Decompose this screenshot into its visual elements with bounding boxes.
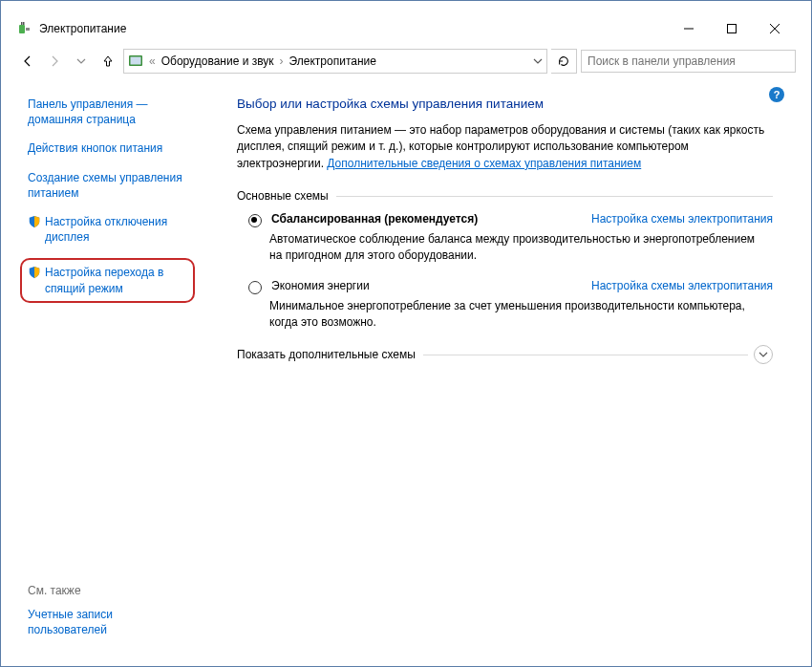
maximize-button[interactable] [710, 15, 753, 42]
sidebar-see-also-user-accounts[interactable]: Учетные записи пользователей [28, 607, 191, 637]
breadcrumb-level-1[interactable]: Оборудование и звук [161, 54, 274, 68]
more-info-link[interactable]: Дополнительные сведения о схемах управле… [327, 157, 641, 170]
shield-icon [28, 215, 41, 228]
minimize-button[interactable] [667, 15, 710, 42]
address-dropdown-icon[interactable] [533, 56, 543, 66]
sidebar-item-create-plan[interactable]: Создание схемы управления питанием [28, 170, 191, 201]
sidebar-home-link[interactable]: Панель управления — домашняя страница [28, 97, 191, 127]
power-options-icon [16, 21, 32, 36]
sidebar-item-sleep-settings[interactable]: Настройка перехода в спящий режим [20, 258, 195, 302]
chevron-down-icon [754, 345, 773, 364]
plan-desc-power-saver: Минимальное энергопотребление за счет ум… [237, 298, 773, 331]
up-button[interactable] [96, 50, 119, 73]
page-title: Выбор или настройка схемы управления пит… [237, 97, 773, 111]
address-row: « Оборудование и звук › Электропитание [14, 43, 798, 79]
radio-balanced[interactable] [248, 214, 262, 227]
see-also-label: См. также [28, 584, 191, 597]
title-bar: Электропитание [14, 14, 798, 43]
main-pane: Выбор или настройка схемы управления пит… [201, 79, 798, 653]
left-navigation: Панель управления — домашняя страница Де… [14, 79, 201, 653]
chevron-right-icon: › [280, 54, 284, 68]
svg-rect-0 [19, 25, 25, 33]
svg-rect-1 [21, 22, 23, 25]
forward-button[interactable] [43, 50, 66, 73]
address-bar[interactable]: « Оборудование и звук › Электропитание [123, 49, 547, 74]
plan-desc-balanced: Автоматическое соблюдение баланса между … [237, 231, 773, 264]
plan-label-balanced[interactable]: Сбалансированная (рекомендуется) [271, 212, 478, 226]
svg-rect-2 [23, 22, 25, 25]
plan-row-power-saver: Экономия энергии Настройка схемы электро… [237, 279, 773, 294]
sidebar-item-display-off[interactable]: Настройка отключения дисплея [28, 214, 191, 245]
page-description: Схема управления питанием — это набор па… [237, 122, 773, 172]
plan-settings-link-power-saver[interactable]: Настройка схемы электропитания [591, 279, 773, 292]
svg-rect-8 [131, 57, 141, 65]
sidebar-item-power-buttons[interactable]: Действия кнопок питания [28, 140, 191, 156]
radio-power-saver[interactable] [248, 281, 262, 294]
help-icon[interactable]: ? [769, 87, 784, 102]
group-header-basic-plans: Основные схемы [237, 189, 773, 203]
plan-row-balanced: Сбалансированная (рекомендуется) Настрой… [237, 212, 773, 227]
chevron-left-icon: « [149, 54, 156, 68]
window-title: Электропитание [39, 22, 667, 35]
back-button[interactable] [16, 50, 39, 73]
refresh-button[interactable] [551, 49, 577, 74]
shield-icon [28, 266, 41, 279]
svg-rect-4 [727, 25, 736, 33]
content-area: ? Панель управления — домашняя страница … [14, 79, 798, 653]
search-input[interactable] [581, 50, 796, 73]
breadcrumb-level-2[interactable]: Электропитание [289, 54, 376, 68]
close-button[interactable] [753, 15, 796, 42]
plan-settings-link-balanced[interactable]: Настройка схемы электропитания [591, 212, 773, 226]
plan-label-power-saver[interactable]: Экономия энергии [271, 279, 370, 292]
recent-locations-button[interactable] [70, 50, 93, 73]
control-panel-icon [128, 54, 143, 69]
show-additional-plans[interactable]: Показать дополнительные схемы [237, 345, 773, 364]
window-frame: Электропитание « Оборудование и звук › Э… [0, 0, 812, 667]
